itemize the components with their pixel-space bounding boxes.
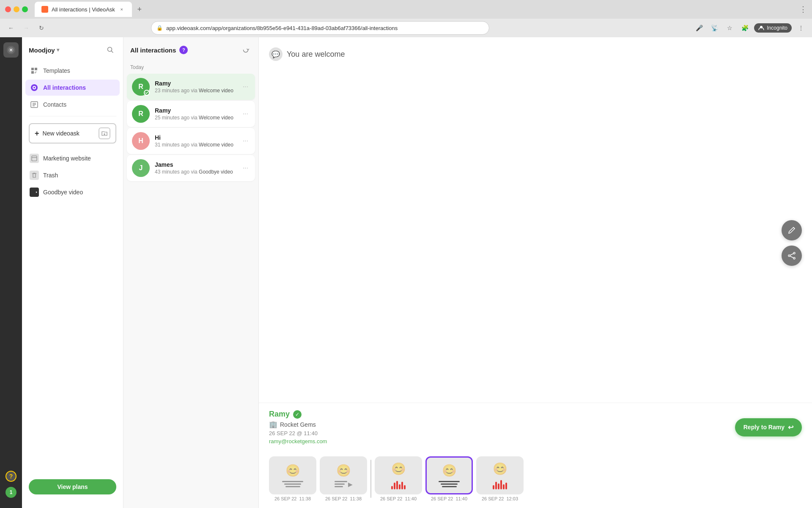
svg-rect-16 (32, 156, 37, 161)
main-content: 💬 You are welcome Ramy ✓ 🏢 (259, 37, 812, 508)
welcome-bubble-icon: 💬 (269, 47, 283, 61)
svg-line-6 (112, 51, 113, 53)
bookmark-icon[interactable]: ☆ (724, 22, 735, 34)
contact-name: Ramy (269, 410, 290, 419)
thumb-arrow-icon: ▶ (348, 481, 353, 488)
interaction-more-1[interactable]: ··· (241, 108, 250, 119)
svg-point-19 (793, 252, 795, 254)
extensions-icon[interactable]: 🧩 (739, 22, 751, 34)
sidebar-item-all-interactions[interactable]: All interactions (25, 80, 120, 96)
chrome-menu-icon[interactable]: ⋮ (799, 5, 807, 14)
svg-line-23 (790, 256, 793, 258)
bar2-4 (503, 484, 505, 489)
interaction-link-0[interactable]: Welcome video (199, 88, 233, 94)
address-bar[interactable]: 🔒 app.videoask.com/app/organizations/8b9… (151, 21, 489, 35)
interaction-item-0[interactable]: R Ramy 23 minutes ago via Welcome video … (127, 74, 255, 100)
video-thumb-2[interactable]: 😊 26 SEP 22 11:40 (375, 456, 422, 501)
chrome-settings-icon[interactable]: ⋮ (795, 22, 807, 34)
org-name-text: Moodjoy (29, 47, 55, 54)
thumb-date-1: 26 SEP 22 11:38 (320, 496, 367, 501)
sidebar-item-trash[interactable]: Trash ··· (25, 167, 120, 183)
video-thumb-3[interactable]: 😊 26 SEP 22 11:40 (425, 456, 473, 501)
close-window-button[interactable] (5, 6, 11, 12)
interaction-item-1[interactable]: R Ramy 25 minutes ago via Welcome video … (127, 101, 255, 127)
folder-add-icon[interactable] (99, 127, 110, 139)
svg-point-9 (33, 87, 35, 88)
app-avatar[interactable] (3, 42, 19, 58)
interaction-info-1: Ramy 25 minutes ago via Welcome video (155, 107, 236, 121)
sidebar-divider-1 (29, 116, 116, 116)
thumb-img-2: 😊 (375, 456, 422, 494)
edit-action-button[interactable] (782, 220, 802, 240)
toolbar-right: 🎤 📡 ☆ 🧩 Incognito ⋮ (693, 22, 807, 34)
tab-close-button[interactable]: × (118, 6, 125, 13)
video-thumb-1[interactable]: 😊 ▶ 26 SEP 22 11:38 (320, 456, 367, 501)
goodbye-video-label: Goodbye video (43, 189, 83, 196)
interactions-refresh-button[interactable] (240, 44, 252, 56)
svg-point-4 (10, 49, 12, 51)
interaction-item-3[interactable]: J James 43 minutes ago via Goodbye video… (127, 155, 255, 181)
sidebar-item-goodbye-video[interactable]: Goodbye video ··· (25, 184, 120, 200)
avatar-initial-2: H (138, 137, 143, 145)
interaction-more-3[interactable]: ··· (241, 163, 250, 174)
tab-favicon (41, 6, 48, 13)
thumb-img-0: 😊 (269, 456, 316, 494)
interaction-link-1[interactable]: Welcome video (199, 115, 233, 121)
thumb-lines-3 (439, 481, 460, 487)
interaction-name-0: Ramy (155, 80, 236, 87)
contact-info-bar: Ramy ✓ 🏢 Rocket Gems 26 SEP 22 @ 11:40 r… (259, 403, 812, 451)
minimize-window-button[interactable] (14, 6, 19, 12)
main-sidebar: Moodjoy ▾ Templates All interactions (22, 37, 123, 508)
reply-icon: ↩ (788, 423, 793, 431)
notification-badge[interactable]: 1 (5, 487, 16, 498)
refresh-button[interactable]: ↻ (36, 22, 47, 34)
help-button[interactable]: ? (5, 471, 16, 482)
interaction-link-3[interactable]: Goodbye video (199, 169, 233, 175)
new-tab-button[interactable]: + (134, 3, 145, 15)
sidebar-item-marketing-website[interactable]: Marketing website ··· (25, 150, 120, 166)
thumb-divider (370, 460, 371, 498)
new-videoask-button[interactable]: + New videoask (29, 123, 116, 144)
interaction-info-2: Hi 31 minutes ago via Welcome video (155, 134, 236, 148)
avatar-2: H (132, 132, 150, 150)
interaction-item-2[interactable]: H Hi 31 minutes ago via Welcome video ··… (127, 128, 255, 154)
microphone-icon[interactable]: 🎤 (693, 22, 705, 34)
welcome-message: 💬 You are welcome (269, 47, 345, 61)
back-button[interactable]: ← (5, 22, 17, 34)
marketing-website-icon (30, 154, 39, 163)
incognito-button[interactable]: Incognito (754, 23, 792, 33)
interaction-more-0[interactable]: ··· (241, 81, 250, 92)
url-display: app.videoask.com/app/organizations/8b955… (166, 25, 484, 31)
sidebar-item-templates[interactable]: Templates (25, 63, 120, 79)
share-action-button[interactable] (782, 246, 802, 266)
interactions-title: All interactions ? (130, 46, 188, 54)
interaction-name-3: James (155, 161, 236, 168)
company-name: Rocket Gems (280, 421, 316, 428)
interaction-meta-1: 25 minutes ago via Welcome video (155, 115, 236, 121)
sidebar-item-contacts[interactable]: Contacts (25, 97, 120, 113)
cast-icon[interactable]: 📡 (708, 22, 720, 34)
thumb-date-3: 26 SEP 22 11:40 (425, 496, 473, 501)
view-plans-button[interactable]: View plans (29, 479, 116, 494)
verified-icon: ✓ (293, 410, 302, 419)
interaction-meta-2: 31 minutes ago via Welcome video (155, 142, 236, 148)
interactions-panel: All interactions ? Today R Ramy 23 minu (123, 37, 259, 508)
org-name[interactable]: Moodjoy ▾ (29, 47, 59, 54)
contact-email[interactable]: ramy@rocketgems.com (269, 438, 327, 444)
thumb-bars-2 (391, 479, 406, 489)
video-thumb-0[interactable]: 😊 26 SEP 22 11:38 (269, 456, 316, 501)
reply-button[interactable]: Reply to Ramy ↩ (735, 418, 802, 436)
video-thumb-4[interactable]: 😊 26 SEP 22 12:03 (476, 456, 524, 501)
interactions-title-text: All interactions (130, 47, 176, 54)
thumb-line-b (335, 483, 345, 485)
interactions-help-button[interactable]: ? (179, 46, 188, 54)
contact-date: 26 SEP 22 @ 11:40 (269, 430, 327, 436)
interaction-more-2[interactable]: ··· (241, 135, 250, 146)
maximize-window-button[interactable] (22, 6, 28, 12)
forward-button[interactable]: → (20, 22, 32, 34)
active-tab[interactable]: All interactions | VideoAsk × (35, 2, 132, 17)
search-button[interactable] (104, 44, 116, 56)
interaction-link-2[interactable]: Welcome video (199, 142, 233, 148)
browser-titlebar: All interactions | VideoAsk × + ⋮ (0, 0, 812, 19)
thumb-date-4: 26 SEP 22 12:03 (476, 496, 524, 501)
